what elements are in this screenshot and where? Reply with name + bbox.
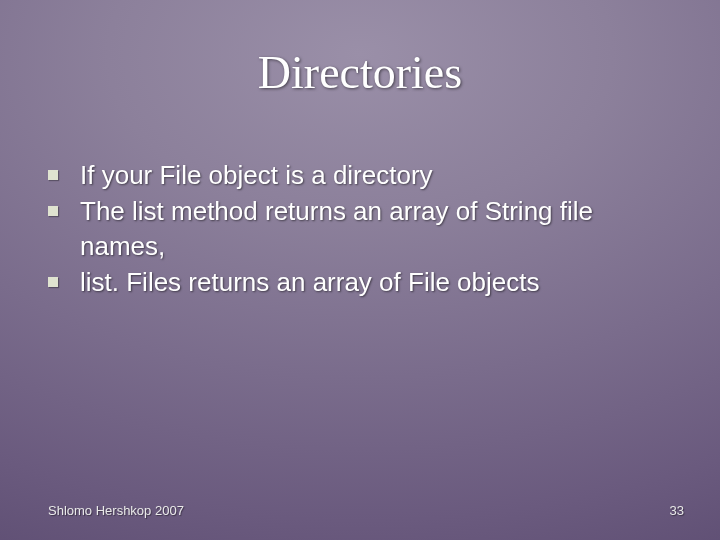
bullet-text: list. Files returns an array of File obj… <box>80 265 680 299</box>
square-bullet-icon <box>48 277 58 287</box>
footer-page-number: 33 <box>670 503 684 518</box>
footer-author: Shlomo Hershkop 2007 <box>48 503 184 518</box>
slide-title: Directories <box>0 46 720 99</box>
list-item: If your File object is a directory <box>48 158 680 192</box>
list-item: The list method returns an array of Stri… <box>48 194 680 263</box>
bullet-text: If your File object is a directory <box>80 158 680 192</box>
square-bullet-icon <box>48 170 58 180</box>
square-bullet-icon <box>48 206 58 216</box>
list-item: list. Files returns an array of File obj… <box>48 265 680 299</box>
bullet-text: The list method returns an array of Stri… <box>80 194 680 263</box>
slide-body: If your File object is a directory The l… <box>48 158 680 301</box>
slide: Directories If your File object is a dir… <box>0 0 720 540</box>
